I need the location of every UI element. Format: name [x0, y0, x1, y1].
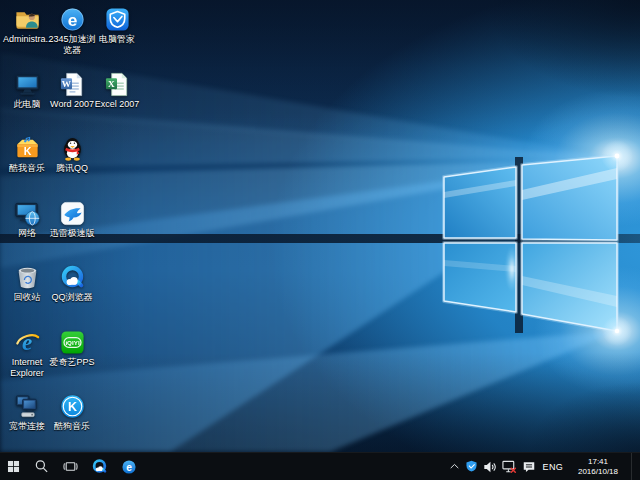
svg-text:K: K	[23, 145, 31, 157]
tray-action-center-icon[interactable]	[522, 460, 536, 474]
xunlei-icon	[59, 200, 86, 227]
desktop-icon-iqiyi-pps[interactable]: iQIYI爱奇艺PPS	[48, 329, 96, 368]
task-view-button[interactable]	[56, 453, 85, 480]
desktop-icon-label: Word 2007	[48, 99, 96, 110]
desktop-icon-label: 2345加速浏览器	[48, 34, 96, 56]
desktop-icon-network[interactable]: 网络	[3, 200, 51, 239]
tray-chevron-up-icon[interactable]	[449, 461, 460, 472]
desktop-icon-label: 电脑管家	[93, 34, 141, 45]
svg-text:W: W	[61, 79, 71, 89]
desktop-icon-label: 此电脑	[3, 99, 51, 110]
wallpaper-lens-flare	[505, 246, 519, 292]
system-tray: ENG 17:41 2016/10/18	[449, 453, 640, 480]
kugou-music-icon: K	[59, 393, 86, 420]
search-button[interactable]	[27, 453, 56, 480]
taskbar: e ENG 17:41 2016/10/18	[0, 452, 640, 480]
recycle-bin-icon	[14, 264, 41, 291]
tray-volume-icon[interactable]	[483, 460, 497, 474]
desktop-icon-recycle-bin[interactable]: 回收站	[3, 264, 51, 303]
desktop-icon-internet-explorer[interactable]: eInternet Explorer	[3, 329, 51, 379]
internet-explorer-icon: e	[14, 329, 41, 356]
kuwo-music-icon: K	[14, 135, 41, 162]
desktop-icon-grid: Administra...e2345加速浏览器电脑管家此电脑WWord 2007…	[3, 0, 203, 452]
desktop-icon-label: 迅雷极速版	[48, 228, 96, 239]
desktop-icon-label: 酷狗音乐	[48, 421, 96, 432]
desktop-icon-label: 网络	[3, 228, 51, 239]
clock-date: 2016/10/18	[570, 467, 626, 477]
desktop-icon-qq-browser[interactable]: QQ浏览器	[48, 264, 96, 303]
tencent-qq-icon	[59, 135, 86, 162]
svg-text:e: e	[67, 10, 77, 30]
clock-time: 17:41	[570, 457, 626, 467]
word-2007-icon: W	[59, 71, 86, 98]
svg-text:K: K	[67, 400, 76, 414]
broadband-icon	[14, 393, 41, 420]
desktop-icon-label: Excel 2007	[93, 99, 141, 110]
taskbar-2345-browser-button[interactable]: e	[114, 453, 143, 480]
desktop-icon-label: 宽带连接	[3, 421, 51, 432]
desktop-icon-label: 腾讯QQ	[48, 163, 96, 174]
svg-text:e: e	[21, 329, 31, 355]
start-button[interactable]	[0, 453, 27, 480]
taskbar-qq-browser-button[interactable]	[85, 453, 114, 480]
desktop-icon-label: Administra...	[3, 34, 51, 45]
language-indicator[interactable]: ENG	[541, 462, 565, 472]
desktop-icon-this-pc[interactable]: 此电脑	[3, 71, 51, 110]
desktop-icon-pc-manager[interactable]: 电脑管家	[93, 6, 141, 45]
taskbar-clock[interactable]: 17:41 2016/10/18	[570, 457, 626, 476]
qq-browser-icon	[59, 264, 86, 291]
pc-manager-icon	[104, 6, 131, 33]
svg-text:e: e	[126, 461, 132, 472]
windows-logo-wallpaper	[440, 148, 622, 338]
desktop-icon-tencent-qq[interactable]: 腾讯QQ	[48, 135, 96, 174]
desktop-icon-label: 酷我音乐	[3, 163, 51, 174]
tray-pc-manager-shield-icon[interactable]	[465, 460, 478, 473]
show-desktop-button[interactable]	[631, 453, 635, 480]
desktop-icon-browser-2345[interactable]: e2345加速浏览器	[48, 6, 96, 56]
svg-text:X: X	[108, 79, 115, 89]
desktop-icon-broadband[interactable]: 宽带连接	[3, 393, 51, 432]
desktop-icon-administrator[interactable]: Administra...	[3, 6, 51, 45]
desktop-icon-word-2007[interactable]: WWord 2007	[48, 71, 96, 110]
browser-2345-icon: e	[59, 6, 86, 33]
desktop-icon-kugou-music[interactable]: K酷狗音乐	[48, 393, 96, 432]
desktop-icon-xunlei[interactable]: 迅雷极速版	[48, 200, 96, 239]
iqiyi-pps-icon: iQIYI	[59, 329, 86, 356]
desktop-icon-excel-2007[interactable]: XExcel 2007	[93, 71, 141, 110]
tray-network-disconnected-icon[interactable]	[502, 459, 517, 474]
desktop-icon-kuwo-music[interactable]: K酷我音乐	[3, 135, 51, 174]
desktop-screen: Administra...e2345加速浏览器电脑管家此电脑WWord 2007…	[0, 0, 640, 480]
desktop-icon-label: 爱奇艺PPS	[48, 357, 96, 368]
svg-text:iQIYI: iQIYI	[65, 339, 80, 346]
this-pc-icon	[14, 71, 41, 98]
desktop-icon-label: Internet Explorer	[3, 357, 51, 379]
excel-2007-icon: X	[104, 71, 131, 98]
desktop-icon-label: 回收站	[3, 292, 51, 303]
administrator-icon	[14, 6, 41, 33]
network-icon	[14, 200, 41, 227]
desktop-icon-label: QQ浏览器	[48, 292, 96, 303]
